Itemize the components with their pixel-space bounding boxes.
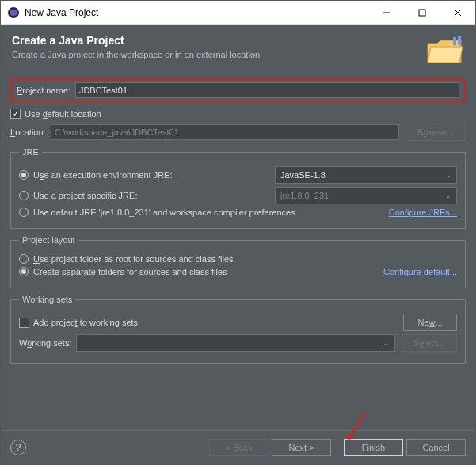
jre-env-radio[interactable] (19, 170, 29, 180)
finish-button[interactable]: Finish (344, 439, 403, 456)
chevron-down-icon: ⌄ (445, 192, 451, 200)
jre-specific-radio[interactable] (19, 191, 29, 200)
use-default-location-label: Use default location (25, 109, 101, 119)
location-row: Location: Browse... (10, 124, 466, 141)
help-icon[interactable]: ? (10, 440, 26, 455)
layout-root-radio[interactable] (19, 254, 29, 264)
layout-root-label: Use project folder as root for sources a… (33, 254, 234, 264)
project-name-label: Project name: (17, 86, 70, 95)
project-name-row: Project name: (10, 78, 466, 102)
configure-jres-link[interactable]: Configure JREs... (389, 208, 457, 217)
use-default-location-row: Use default location (10, 109, 466, 119)
close-button[interactable] (440, 1, 475, 24)
add-to-working-sets-label: Add project to working sets (33, 318, 138, 327)
layout-legend: Project layout (19, 235, 78, 245)
svg-point-1 (10, 10, 17, 16)
jre-default-label: Use default JRE 'jre1.8.0_231' and works… (33, 208, 295, 217)
jre-specific-select: jre1.8.0_231⌄ (275, 187, 457, 204)
working-sets-legend: Working sets (19, 295, 75, 304)
jre-env-select[interactable]: JavaSE-1.8⌄ (275, 166, 457, 184)
working-sets-group: Working sets Add project to working sets… (10, 295, 466, 364)
svg-rect-3 (419, 10, 425, 16)
new-working-set-button[interactable]: New... (403, 314, 457, 331)
titlebar-title: New Java Project (25, 7, 368, 18)
browse-button: Browse... (406, 124, 466, 141)
back-button: < Back (209, 439, 268, 456)
chevron-down-icon: ⌄ (445, 171, 451, 179)
jre-env-label: Use an execution environment JRE: (33, 170, 173, 180)
minimize-button[interactable] (368, 1, 404, 24)
svg-marker-7 (428, 47, 463, 63)
working-sets-label: Working sets: (19, 338, 71, 348)
location-label: Location: (10, 128, 46, 137)
svg-rect-8 (453, 37, 456, 45)
chevron-down-icon: ⌄ (383, 339, 390, 347)
dialog-content: Project name: Use default location Locat… (1, 77, 475, 430)
jre-group: JRE Use an execution environment JRE: Ja… (10, 147, 466, 229)
maximize-button[interactable] (404, 1, 440, 24)
location-input (51, 124, 399, 140)
dialog-footer: ? < Back Next > Finish Cancel (1, 430, 475, 464)
working-sets-select: ⌄ (76, 334, 395, 352)
use-default-location-checkbox[interactable] (10, 109, 21, 119)
jre-legend: JRE (19, 147, 42, 157)
window-controls (368, 1, 475, 24)
dialog-header: Create a Java Project Create a Java proj… (1, 25, 475, 77)
configure-default-link[interactable]: Configure default... (383, 267, 457, 276)
add-to-working-sets-checkbox[interactable] (19, 318, 29, 328)
next-button[interactable]: Next > (272, 439, 331, 456)
layout-group: Project layout Use project folder as roo… (10, 235, 466, 288)
cancel-button[interactable]: Cancel (406, 439, 466, 456)
svg-rect-9 (458, 36, 461, 45)
jre-default-radio[interactable] (19, 208, 29, 217)
folder-icon (426, 34, 464, 66)
dialog-window: New Java Project Create a Java Project C… (0, 0, 476, 465)
layout-separate-radio[interactable] (19, 267, 29, 276)
layout-separate-label: Create separate folders for sources and … (33, 267, 227, 276)
header-subtitle: Create a Java project in the workspace o… (12, 50, 426, 59)
header-title: Create a Java Project (12, 34, 426, 47)
eclipse-icon (7, 6, 20, 19)
titlebar: New Java Project (1, 1, 475, 25)
project-name-input[interactable] (75, 82, 459, 98)
select-working-set-button: Select... (402, 334, 457, 352)
jre-specific-label: Use a project specific JRE: (33, 191, 137, 200)
